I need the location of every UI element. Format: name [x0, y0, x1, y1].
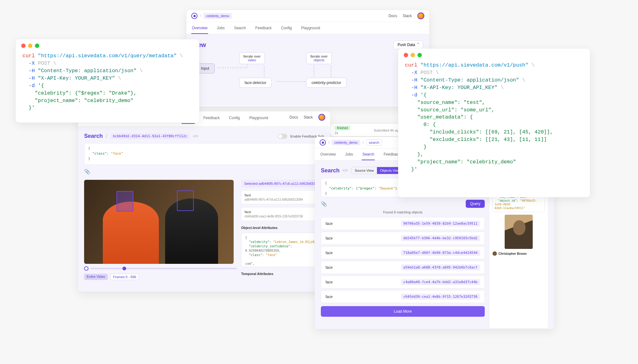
logo-icon — [320, 139, 326, 146]
slack-link[interactable]: Slack — [403, 14, 412, 18]
search-title: Search — [84, 133, 103, 139]
avatar-icon[interactable] — [417, 12, 424, 19]
search-chip[interactable]: search — [366, 139, 382, 146]
tab-search[interactable]: Search — [362, 150, 375, 160]
object-id: 90766a35-1e59-4839-82b9-12ae8ac59511 — [401, 221, 480, 226]
scrubber-thumb[interactable] — [122, 267, 126, 270]
query-editor[interactable]: { "class": "face"} — [84, 143, 324, 165]
object-row[interactable]: face718a05e7-d00f-4b90-873a-c44ce4424594 — [321, 246, 485, 259]
load-more-button[interactable]: Load More — [321, 306, 485, 317]
breadcrumb: / celebrity_demo — [191, 13, 232, 19]
entire-video-badge[interactable]: Entire Video — [84, 274, 108, 280]
close-icon[interactable] — [21, 44, 26, 48]
tabs-row: Overview Jobs Search Feedback Config Pla… — [186, 22, 429, 34]
job-id-chip[interactable]: bcbb49d2-d314-4d11-92a1-43f80cff112c — [111, 133, 190, 139]
avatar-icon[interactable] — [318, 114, 325, 121]
dashboard-overview-window: / celebrity_demo Docs Slack Overview Job… — [186, 10, 429, 106]
object-id: a59eb1a8-a688-43f8-a605-942b6b7c6acf — [401, 264, 480, 270]
search-title: Search — [321, 167, 340, 174]
source-view-btn[interactable]: Source View — [351, 167, 377, 174]
object-row[interactable]: facedb545b77-b366-4d4b-be32-c950103c5bd2 — [321, 232, 485, 245]
temporal-attrs-title: Temporal Attributes — [241, 272, 324, 276]
object-row[interactable]: face90766a35-1e59-4839-82b9-12ae8ac59511 — [321, 217, 485, 230]
code-block: curl "https://api.sievedata.com/v1/query… — [16, 50, 199, 119]
tab-config[interactable]: Config — [280, 24, 293, 34]
face-card[interactable]: face c645dd30-cea1-4e8b-9f15-1267e320373… — [241, 207, 324, 221]
face-box-selected[interactable] — [117, 191, 133, 212]
object-label: face — [326, 265, 333, 270]
terminal-query-metadata: curl "https://api.sievedata.com/v1/query… — [16, 39, 199, 123]
related-person[interactable]: Christopher Brown — [493, 251, 527, 256]
project-chip[interactable]: celebrity_demo — [203, 13, 232, 19]
object-attrs-title: Object-level Attributes — [241, 226, 324, 230]
video-frame[interactable] — [84, 180, 234, 264]
node-iterate-objects[interactable]: Iterate over objects — [306, 52, 332, 64]
tab-jobs[interactable]: Jobs — [216, 24, 225, 34]
object-id: db545b77-b366-4d4b-be32-c950103c5bd2 — [401, 235, 480, 241]
tab-jobs[interactable]: Jobs — [345, 150, 354, 160]
avatar-icon — [493, 251, 497, 256]
tab-playground[interactable]: Playground — [249, 114, 269, 124]
slack-link[interactable]: Slack — [304, 115, 313, 119]
code-icon[interactable]: </> — [193, 134, 198, 138]
view-toggle[interactable]: Source View Objects View — [351, 167, 403, 174]
object-label: face — [326, 251, 333, 255]
object-row[interactable]: facea59eb1a8-a688-43f8-a605-942b6b7c6acf — [321, 261, 485, 274]
docs-link[interactable]: Docs — [388, 14, 397, 18]
video-timeline[interactable] — [84, 266, 237, 271]
query-button[interactable]: Query — [466, 200, 485, 208]
overview-body: view Push Data ˅ Input Iterate over vide… — [186, 34, 429, 106]
job-status-strip: finished 2s Submitted 4h ago — [330, 124, 405, 136]
minimize-icon[interactable] — [28, 44, 32, 48]
feedback-toggle[interactable] — [278, 134, 287, 139]
tab-config[interactable]: Config — [228, 114, 240, 124]
frames-badge: Frames 0 - 696 — [110, 274, 139, 280]
terminal-push: curl "https://api.sievedata.com/v1/push"… — [398, 49, 590, 197]
attachment-icon[interactable]: 📎 — [84, 169, 90, 175]
window-controls — [398, 49, 590, 59]
attachment-icon[interactable]: 📎 — [321, 201, 327, 207]
tab-overview[interactable]: Overview — [320, 150, 336, 160]
status-badge: finished — [335, 126, 350, 130]
gear-icon[interactable] — [84, 266, 88, 271]
object-row[interactable]: facec4a80a40-fce4-4a7b-bdd2-a31e8d37c44b — [321, 276, 485, 288]
selected-header: Selected ad6446f5-997c-47c6-a111-b952b83… — [241, 180, 324, 187]
tab-feedback[interactable]: Feedback — [203, 114, 221, 124]
node-iterate-video[interactable]: Iterate over video — [239, 52, 265, 64]
object-id: 718a05e7-d00f-4b90-873a-c44ce4424594 — [401, 250, 480, 256]
zoom-icon[interactable] — [35, 44, 39, 48]
tab-feedback[interactable]: Feedback — [255, 24, 272, 34]
object-label: face — [326, 236, 333, 240]
code-icon[interactable]: </> — [343, 168, 348, 173]
top-links: Docs Slack — [388, 12, 424, 19]
face-card[interactable]: face ad6446f5-997c-47c6-a111-b952b831209… — [241, 190, 324, 204]
match-count: Found 6 matching objects — [321, 210, 485, 214]
object-id: c645dd30-cea1-4e8b-9f15-1267e3203736 — [401, 294, 480, 300]
logo-icon — [191, 13, 198, 19]
object-label: face — [326, 222, 333, 226]
push-data-button[interactable]: Push Data ˅ — [393, 40, 423, 49]
project-chip[interactable]: celebrity_demo — [332, 140, 360, 145]
duration-text: 2s — [335, 131, 350, 135]
object-attrs-json: { "celebrity": "Lebron_James_(m.01jz6d "… — [241, 233, 324, 267]
object-row[interactable]: facec645dd30-cea1-4e8b-9f15-1267e3203736 — [321, 290, 485, 303]
node-celebrity-predictor[interactable]: celebrity-predictor — [306, 78, 346, 88]
crumb-sep: / — [200, 14, 201, 18]
pipeline-diagram: Input Iterate over video face-detector I… — [193, 52, 423, 105]
docs-link[interactable]: Docs — [289, 115, 298, 119]
node-face-detector[interactable]: face-detector — [239, 78, 272, 88]
close-icon[interactable] — [404, 53, 408, 57]
object-label: face — [326, 295, 333, 299]
minimize-icon[interactable] — [411, 53, 415, 57]
topbar: / celebrity_demo Docs Slack — [186, 10, 429, 22]
face-box[interactable] — [177, 190, 194, 211]
object-id: c4a80a40-fce4-4a7b-bdd2-a31e8d37c44b — [401, 279, 480, 285]
search-video-window: Overview Jobs Search Feedback Config Pla… — [78, 111, 330, 292]
zoom-icon[interactable] — [417, 53, 422, 57]
tab-overview[interactable]: Overview — [191, 24, 208, 34]
code-block: curl "https://api.sievedata.com/v1/push"… — [398, 59, 590, 180]
tab-playground[interactable]: Playground — [301, 24, 321, 34]
submitted-text: Submitted 4h ago — [374, 128, 401, 132]
tab-search[interactable]: Search — [233, 24, 246, 34]
portrait-image — [505, 215, 533, 249]
